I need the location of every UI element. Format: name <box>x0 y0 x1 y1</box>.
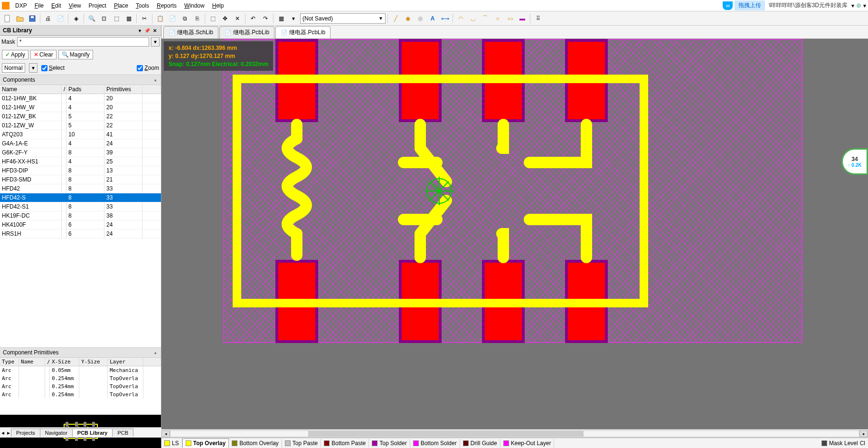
apply-button[interactable]: ✓Apply <box>2 50 28 59</box>
col-type[interactable]: Type <box>0 358 19 366</box>
mask-level-label[interactable]: Mask Level <box>829 440 858 447</box>
layers-button[interactable]: ◈ <box>70 13 82 24</box>
place-circle-button[interactable]: ○ <box>492 13 503 24</box>
table-row[interactable]: HFD42-S1833 <box>0 202 161 211</box>
panel-close-icon[interactable]: ✕ <box>151 27 158 34</box>
dropdown2-icon[interactable]: ▾ <box>863 2 866 9</box>
scroll-track[interactable] <box>170 430 859 437</box>
primitives-table[interactable]: Type Name / X-Size Y-Size Layer Arc0.05m… <box>0 358 161 415</box>
col-pads[interactable]: Pads <box>66 85 104 94</box>
panel-tab[interactable]: PCB <box>112 429 133 437</box>
scroll-up-icon[interactable]: ▴ <box>152 77 158 82</box>
layer-combo[interactable]: (Not Saved) ▼ <box>300 13 386 24</box>
place-via-button[interactable]: ◎ <box>415 13 426 24</box>
panel-pin-icon[interactable]: 📌 <box>144 27 151 34</box>
menu-place[interactable]: Place <box>110 1 132 10</box>
table-row[interactable]: 012-1ZW_W522 <box>0 121 161 130</box>
mode-combo[interactable]: Normal <box>2 63 25 73</box>
table-row[interactable]: HK4100F624 <box>0 220 161 229</box>
stats-bubble[interactable]: 34 ↑ 0.2K <box>841 148 868 175</box>
pcb-canvas[interactable]: x: -6.604 dx:1263.396 mm y: 0.127 dy:127… <box>161 39 868 429</box>
preview-button[interactable]: 📄 <box>55 13 66 24</box>
document-tab[interactable]: 📄继电器.SchLib <box>163 26 218 38</box>
place-string-button[interactable]: A <box>427 13 438 24</box>
layer-tab[interactable]: Keep-Out Layer <box>500 439 555 448</box>
grid-button[interactable]: ▦ <box>275 13 287 24</box>
layer-tab[interactable]: Top Paste <box>282 439 321 448</box>
menu-window[interactable]: Window <box>180 1 208 10</box>
table-row[interactable]: HRS1H624 <box>0 229 161 238</box>
table-row[interactable]: 012-1ZW_BK522 <box>0 112 161 121</box>
scroll-up-icon[interactable]: ▴ <box>152 350 158 355</box>
clear-button[interactable]: ✕Clear <box>30 50 57 59</box>
panel-dropdown-icon[interactable]: ▾ <box>136 27 143 34</box>
table-row[interactable]: Arc0.254mmTopOverla <box>0 374 161 382</box>
mask-dropdown[interactable]: ▾ <box>151 37 160 47</box>
sort-icon[interactable]: / <box>62 85 66 94</box>
place-arc2-button[interactable]: ◡ <box>467 13 479 24</box>
place-pad-button[interactable]: ◉ <box>402 13 414 24</box>
menu-edit[interactable]: Edit <box>47 1 65 10</box>
scroll-right-icon[interactable]: ▸ <box>859 430 868 437</box>
cut-button[interactable]: ✂ <box>139 13 150 24</box>
settings-gear-icon[interactable]: ⚙ <box>856 2 861 9</box>
horizontal-scrollbar[interactable]: ◂ ▸ <box>161 429 868 438</box>
place-line-button[interactable]: ╱ <box>390 13 401 24</box>
layer-tab[interactable]: Top Solder <box>369 439 410 448</box>
zoom-checkbox[interactable]: Zoom <box>137 65 159 71</box>
table-row[interactable]: G4A-1A-E424 <box>0 139 161 148</box>
zoom-fit-button[interactable]: ⊡ <box>98 13 110 24</box>
clear-label[interactable]: Cl <box>860 440 865 447</box>
table-row[interactable]: HFD3-DIP813 <box>0 166 161 175</box>
layer-tab[interactable]: Top Overlay <box>182 438 229 448</box>
col-name[interactable]: Name <box>19 358 45 366</box>
col-primitives[interactable]: Primitives <box>104 85 142 94</box>
menu-tools[interactable]: Tools <box>132 1 153 10</box>
table-row[interactable]: Arc0.254mmTopOverla <box>0 391 161 399</box>
table-row[interactable]: HFD3-SMD821 <box>0 175 161 184</box>
components-table[interactable]: Name / Pads Primitives 012-1HW_BK420012-… <box>0 85 161 347</box>
stamp-button[interactable]: ⎘ <box>191 13 203 24</box>
table-row[interactable]: ATQ2031041 <box>0 130 161 139</box>
deselect-button[interactable]: ✕ <box>232 13 243 24</box>
scroll-left-icon[interactable]: ◂ <box>161 430 170 437</box>
panel-tab[interactable]: Navigator <box>40 429 73 437</box>
mask-input[interactable] <box>17 37 149 47</box>
paste-button[interactable]: 📄 <box>167 13 178 24</box>
zoom-in-button[interactable]: 🔍 <box>86 13 97 24</box>
table-row[interactable]: 012-1HW_BK420 <box>0 94 161 103</box>
table-row[interactable]: 012-1HW_W420 <box>0 103 161 112</box>
col-layer[interactable]: Layer <box>108 358 143 366</box>
document-tab[interactable]: 📄继电器.PcbLib <box>275 26 330 38</box>
cloud-badge[interactable]: ∞ <box>723 1 733 10</box>
save-button[interactable] <box>27 13 38 24</box>
select-rect-button[interactable]: ⬚ <box>207 13 218 24</box>
place-rect-button[interactable]: ▭ <box>504 13 516 24</box>
mode-dropdown[interactable]: ▾ <box>29 63 38 73</box>
table-row[interactable]: HK19F-DC838 <box>0 211 161 220</box>
col-ysize[interactable]: Y-Size <box>79 358 108 366</box>
zoom-area-button[interactable]: ⬚ <box>111 13 122 24</box>
menu-view[interactable]: View <box>65 1 85 10</box>
table-row[interactable]: Arc0.254mmTopOverla <box>0 382 161 391</box>
select-checkbox[interactable]: Select <box>41 65 65 71</box>
scroll-thumb[interactable] <box>308 431 584 437</box>
dropdown-icon[interactable]: ▾ <box>851 2 854 9</box>
duplicate-button[interactable]: ⧉ <box>179 13 190 24</box>
place-arc3-button[interactable]: ⌒ <box>480 13 491 24</box>
redo-button[interactable]: ↷ <box>260 13 271 24</box>
place-fill-button[interactable]: ▬ <box>517 13 528 24</box>
col-name[interactable]: Name <box>0 85 62 94</box>
document-tab[interactable]: 📄继电器.PcbLib <box>219 26 274 38</box>
layer-tab[interactable]: Drill Guide <box>460 439 500 448</box>
move-button[interactable]: ✥ <box>219 13 231 24</box>
menu-reports[interactable]: Reports <box>153 1 180 10</box>
place-arc1-button[interactable]: ◠ <box>455 13 466 24</box>
magnify-button[interactable]: 🔍Magnify <box>58 50 93 59</box>
grid-dd-button[interactable]: ▾ <box>288 13 299 24</box>
zoom-sel-button[interactable]: ▦ <box>123 13 134 24</box>
sort-icon[interactable]: / <box>45 358 50 366</box>
menu-app[interactable]: DXP <box>11 1 31 10</box>
panel-tab[interactable]: Projects <box>11 429 40 437</box>
layer-tab[interactable]: Bottom Overlay <box>229 439 282 448</box>
